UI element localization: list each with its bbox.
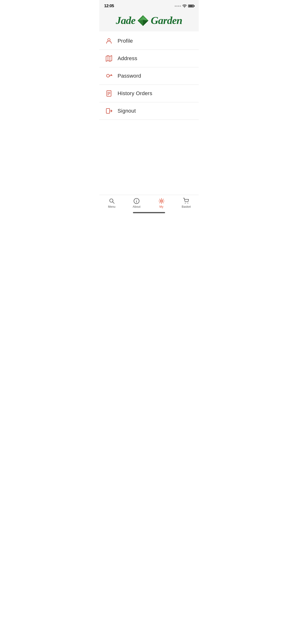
logo-text-garden: Garden bbox=[151, 14, 182, 26]
svg-point-25 bbox=[161, 200, 162, 202]
status-icons bbox=[175, 4, 194, 8]
key-icon bbox=[105, 72, 113, 80]
info-icon bbox=[133, 198, 140, 204]
tab-menu[interactable]: Menu bbox=[99, 198, 124, 208]
svg-point-24 bbox=[136, 200, 137, 200]
profile-label: Profile bbox=[117, 38, 133, 44]
history-orders-menu-item[interactable]: History Orders bbox=[99, 85, 199, 102]
profile-menu-item[interactable]: Profile bbox=[99, 32, 199, 50]
menu-list: Profile Address Password bbox=[99, 32, 199, 120]
tab-about-label: About bbox=[133, 205, 140, 208]
svg-line-21 bbox=[112, 202, 114, 204]
address-label: Address bbox=[117, 55, 137, 62]
battery-icon bbox=[188, 4, 194, 8]
document-icon bbox=[105, 90, 113, 97]
svg-rect-18 bbox=[106, 108, 110, 113]
svg-point-27 bbox=[185, 203, 186, 204]
password-menu-item[interactable]: Password bbox=[99, 67, 199, 85]
person-icon bbox=[105, 37, 113, 45]
map-icon bbox=[105, 54, 113, 62]
tab-about[interactable]: About bbox=[124, 198, 149, 208]
signal-dots-icon bbox=[175, 6, 181, 7]
cart-icon bbox=[183, 198, 189, 204]
tab-my[interactable]: My bbox=[149, 198, 174, 208]
home-indicator bbox=[133, 212, 165, 213]
tab-basket-label: Basket bbox=[182, 205, 191, 208]
svg-point-28 bbox=[188, 203, 188, 204]
logo-diamond-icon bbox=[137, 15, 149, 26]
search-icon bbox=[109, 198, 115, 204]
app-header: Jade Garden bbox=[99, 10, 199, 32]
address-menu-item[interactable]: Address bbox=[99, 50, 199, 67]
status-time: 12:05 bbox=[104, 4, 114, 8]
password-label: Password bbox=[117, 73, 141, 79]
svg-point-6 bbox=[108, 38, 110, 41]
tab-menu-label: Menu bbox=[108, 205, 115, 208]
signout-menu-item[interactable]: Signout bbox=[99, 102, 199, 120]
logo-text-jade: Jade bbox=[116, 14, 135, 26]
svg-point-10 bbox=[106, 74, 109, 77]
svg-marker-7 bbox=[106, 56, 112, 61]
status-bar: 12:05 bbox=[99, 0, 199, 10]
signout-label: Signout bbox=[117, 108, 136, 114]
wifi-icon bbox=[182, 4, 187, 8]
signout-icon bbox=[105, 107, 113, 115]
logo: Jade Garden bbox=[116, 14, 182, 26]
tab-my-label: My bbox=[160, 205, 163, 208]
gear-icon bbox=[158, 198, 165, 204]
tab-basket[interactable]: Basket bbox=[174, 198, 199, 208]
history-orders-label: History Orders bbox=[117, 90, 152, 96]
tab-bar: Menu About My bbox=[99, 195, 199, 215]
